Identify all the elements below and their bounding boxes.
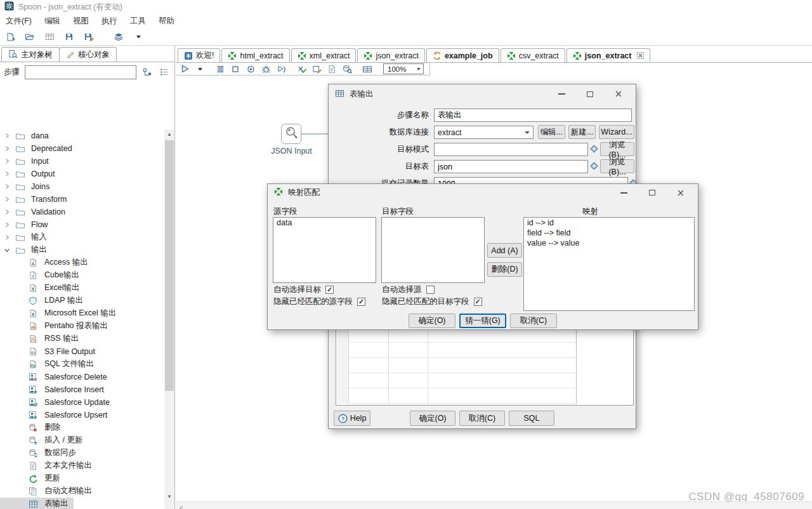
menu-item-3[interactable]: 视图 bbox=[73, 16, 89, 27]
pause-button[interactable] bbox=[214, 63, 226, 75]
tree-item-dana[interactable]: dana bbox=[0, 129, 164, 142]
tree-item-sql-文件输出[interactable]: SQLSQL 文件输出 bbox=[0, 358, 164, 371]
tree-item-输入[interactable]: 输入 bbox=[0, 231, 164, 244]
minimize-icon[interactable] bbox=[556, 89, 567, 99]
chevron-right-icon[interactable] bbox=[4, 145, 13, 152]
tree-item-excel输出[interactable]: XExcel输出 bbox=[0, 282, 164, 294]
tree-item-microsoft-excel-输出[interactable]: XMicrosoft Excel 输出 bbox=[0, 307, 164, 320]
tab-core-objects[interactable]: 核心对象 bbox=[59, 47, 117, 62]
mapping-item[interactable]: id --> id bbox=[524, 218, 694, 228]
tree-item-salesforce-upsert[interactable]: Salesforce Upsert bbox=[0, 409, 164, 421]
editor-tab-json_extract[interactable]: json_extract bbox=[566, 48, 650, 62]
tree-item-salesforce-update[interactable]: Salesforce Update bbox=[0, 396, 164, 409]
tree-item-salesforce-delete[interactable]: Salesforce Delete bbox=[0, 371, 164, 383]
editor-tab-csv_extract[interactable]: csv_extract bbox=[501, 48, 565, 62]
chevron-down-icon[interactable] bbox=[4, 247, 13, 253]
auto-target-checkbox[interactable]: 自动选择目标 bbox=[273, 284, 334, 295]
tree-item-transform[interactable]: Transform bbox=[0, 193, 164, 206]
mapping-ok-button[interactable]: 确定(O) bbox=[409, 314, 455, 328]
generate-sql-button[interactable] bbox=[326, 63, 337, 75]
target-fields-list[interactable] bbox=[381, 217, 485, 283]
edit-connection-button[interactable]: 编辑... bbox=[538, 125, 565, 139]
mapping-item[interactable]: value --> value bbox=[524, 238, 694, 248]
cancel-button[interactable]: 取消(C) bbox=[459, 411, 505, 426]
chevron-right-icon[interactable] bbox=[4, 171, 13, 177]
auto-source-checkbox[interactable]: 自动选择源 bbox=[382, 284, 435, 295]
tree-item-输出[interactable]: 输出 bbox=[0, 244, 164, 256]
impact-analysis-button[interactable] bbox=[311, 63, 322, 75]
tree-item-rss-输出[interactable]: RSS 输出 bbox=[0, 333, 164, 345]
browse-schema-button[interactable]: 浏览(B)... bbox=[600, 142, 634, 156]
scroll-down-icon[interactable]: ▼ bbox=[164, 492, 174, 501]
scroll-up-icon[interactable]: ▲ bbox=[164, 129, 174, 139]
chevron-right-icon[interactable] bbox=[4, 158, 13, 164]
verify-button[interactable] bbox=[296, 63, 307, 75]
tree-item-validation[interactable]: Validation bbox=[0, 206, 164, 218]
perspective-caret-button[interactable] bbox=[132, 30, 145, 43]
mapping-item[interactable]: field --> field bbox=[524, 228, 694, 238]
menu-item-5[interactable]: 工具 bbox=[130, 16, 146, 27]
ok-button[interactable]: 确定(O) bbox=[410, 411, 455, 426]
json-input-step[interactable] bbox=[281, 124, 301, 144]
editor-tab-html_extract[interactable]: html_extract bbox=[221, 48, 289, 62]
guess-button[interactable]: 猜一猜(G) bbox=[459, 314, 506, 328]
replay-button[interactable] bbox=[275, 63, 287, 75]
save-as-button[interactable] bbox=[82, 30, 95, 43]
tree-item-cube输出[interactable]: #Cube输出 bbox=[0, 269, 164, 282]
sidebar-scrollbar[interactable]: ▲ ▼ bbox=[164, 129, 174, 509]
help-button[interactable]: ? Help bbox=[334, 411, 370, 426]
hierarchy-view-icon[interactable] bbox=[141, 67, 153, 77]
tree-item-access-输出[interactable]: AAccess 输出 bbox=[0, 256, 164, 269]
tree-item-input[interactable]: Input bbox=[0, 155, 164, 168]
maximize-icon[interactable] bbox=[584, 89, 596, 99]
checkbox-icon[interactable] bbox=[474, 298, 482, 306]
minimize-icon[interactable] bbox=[618, 188, 629, 198]
open-file-button[interactable] bbox=[23, 30, 36, 43]
chevron-right-icon[interactable] bbox=[4, 234, 13, 241]
chevron-right-icon[interactable] bbox=[4, 183, 13, 190]
close-icon[interactable] bbox=[675, 188, 686, 198]
mapping-cancel-button[interactable]: 取消(C) bbox=[510, 314, 557, 328]
chevron-right-icon[interactable] bbox=[4, 221, 13, 228]
delete-mapping-button[interactable]: 删除(D) bbox=[487, 262, 522, 277]
editor-tab--[interactable]: 欢迎! bbox=[178, 48, 220, 62]
wizard-button[interactable]: Wizard... bbox=[599, 125, 634, 139]
editor-tab-json_extract[interactable]: json_extract bbox=[357, 48, 424, 62]
browse-table-button[interactable]: 浏览(B)... bbox=[600, 159, 634, 173]
tab-main-object-tree[interactable]: 主对象树 bbox=[1, 47, 60, 62]
table-output-dialog-titlebar[interactable]: 表输出 bbox=[329, 84, 636, 103]
chevron-right-icon[interactable] bbox=[4, 196, 13, 202]
menu-item-4[interactable]: 执行 bbox=[102, 16, 117, 27]
perspective-button[interactable] bbox=[112, 30, 125, 43]
mappings-list[interactable]: id --> idfield --> fieldvalue --> value bbox=[523, 217, 695, 311]
tree-item-salesforce-insert[interactable]: Salesforce Insert bbox=[0, 383, 164, 396]
tree-item-deprecated[interactable]: Deprecated bbox=[0, 142, 164, 155]
mapping-dialog-titlebar[interactable]: 映射匹配 bbox=[268, 184, 698, 201]
hide-matched-source-checkbox[interactable]: 隐藏已经匹配的源字段 bbox=[273, 296, 365, 307]
tree-item-flow[interactable]: Flow bbox=[0, 218, 164, 231]
new-connection-button[interactable]: 新建... bbox=[568, 125, 596, 139]
debug-button[interactable] bbox=[260, 63, 272, 75]
chevron-right-icon[interactable] bbox=[4, 133, 13, 139]
tree-item-表输出[interactable]: 表输出 bbox=[0, 498, 164, 509]
scrollbar-thumb[interactable] bbox=[165, 140, 174, 391]
tree-item-s3-file-output[interactable]: S3S3 File Output bbox=[0, 345, 164, 358]
checkbox-icon[interactable] bbox=[325, 286, 334, 294]
tree-item-ldap-输出[interactable]: LDAP 输出 bbox=[0, 294, 164, 307]
zoom-select[interactable]: 100% bbox=[383, 63, 424, 74]
tree-item-插入-更新[interactable]: ±插入 / 更新 bbox=[0, 434, 164, 447]
source-fields-list[interactable]: data bbox=[273, 217, 376, 283]
save-button[interactable] bbox=[63, 30, 75, 43]
tree-item-删除[interactable]: 删除 bbox=[0, 421, 164, 434]
tree-item-pentaho-报表输出[interactable]: Pentaho 报表输出 bbox=[0, 320, 164, 333]
maximize-icon[interactable] bbox=[646, 188, 658, 198]
tree-item-文本文件输出[interactable]: 文本文件输出 bbox=[0, 459, 164, 472]
menu-item-1[interactable]: 文件(F) bbox=[6, 16, 32, 27]
show-results-button[interactable] bbox=[362, 63, 373, 75]
db-connection-combo[interactable]: extract bbox=[434, 126, 534, 139]
canvas-hscrollbar[interactable] bbox=[176, 501, 812, 509]
tree-item-更新[interactable]: 更新 bbox=[0, 472, 164, 485]
tree-item-output[interactable]: Output bbox=[0, 168, 164, 180]
editor-tab-xml_extract[interactable]: xml_extract bbox=[291, 48, 357, 62]
menu-item-6[interactable]: 帮助 bbox=[159, 16, 174, 27]
